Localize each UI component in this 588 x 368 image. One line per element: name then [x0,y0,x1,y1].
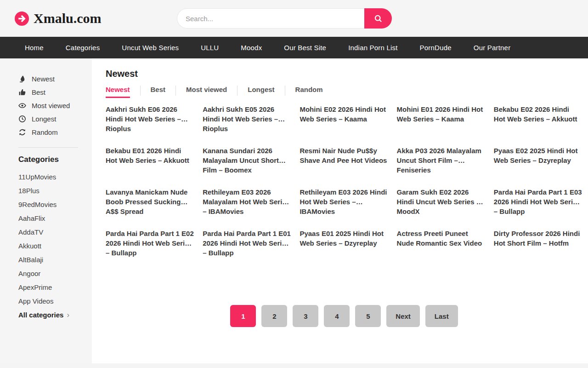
video-title-link[interactable]: Lavanya Manickam Nude Boob Pressed Sucki… [106,187,194,229]
category-link[interactable]: Angoor [0,266,92,280]
category-link[interactable]: 11UpMovies [0,170,92,184]
sidebar-sort-nav: Newest Best Most viewed Longest [0,72,92,139]
video-title-link[interactable]: Rethileyam E03 2026 Hindi Hot Web Series… [300,187,388,229]
category-link[interactable]: AahaFlix [0,211,92,225]
sort-tab[interactable]: Longest [248,86,295,98]
sort-tabs: Newest Best Most viewed Longest Random [106,86,582,98]
page-title: Newest [106,69,582,79]
pagination-button[interactable]: 2 [261,305,287,327]
nav-item[interactable]: Home [25,44,44,52]
video-title-link[interactable]: Aakhri Sukh E05 2026 Hindi Hot Web Serie… [203,104,291,146]
video-grid: Aakhri Sukh E06 2026 Hindi Hot Web Serie… [106,104,582,270]
video-title-link[interactable]: Garam Sukh E02 2026 Hindi Uncut Web Seri… [397,187,486,229]
category-link[interactable]: Akkuott [0,239,92,253]
chevron-right-icon: › [67,311,69,319]
sidebar-sort-item[interactable]: Most viewed [0,99,92,112]
nav-item[interactable]: Our Partner [474,44,511,52]
sort-tab[interactable]: Newest [106,86,151,98]
sort-tab-label: Longest [248,86,274,98]
search-icon [373,14,383,23]
search-form [177,8,392,29]
sort-tab-label: Newest [106,86,130,98]
category-link[interactable]: 9RedMovies [0,197,92,211]
sidebar-sort-label: Longest [32,115,56,123]
video-title-link[interactable]: Pyaas E01 2025 Hindi Hot Web Series – Dz… [300,229,388,270]
sort-tab[interactable]: Most viewed [186,86,248,98]
sidebar-sort-item[interactable]: Random [0,126,92,139]
video-title-link[interactable]: Resmi Nair Nude Pu$$y Shave And Pee Hot … [300,146,388,187]
category-link[interactable]: 18Plus [0,184,92,197]
category-link[interactable]: ApexPrime [0,280,92,294]
refresh-icon [18,128,26,136]
arrow-circle-right-icon [15,12,29,26]
video-title-link[interactable]: Mohini E02 2026 Hindi Hot Web Series – K… [300,104,388,146]
pagination-button[interactable]: 5 [355,305,381,327]
categories-list: 11UpMovies 18Plus 9RedMovies AahaFlix Ad… [0,170,92,308]
sidebar-divider [18,147,78,148]
nav-item[interactable]: Our Best Site [284,44,326,52]
video-title-link[interactable]: Aakhri Sukh E06 2026 Hindi Hot Web Serie… [106,104,194,146]
nav-item[interactable]: Moodx [241,44,262,52]
sort-tab[interactable]: Best [151,86,187,98]
pagination-button[interactable]: Last [425,305,458,327]
pagination: 1 2 3 4 5 Next Last [106,305,582,327]
thumbs-up-icon [18,88,26,96]
video-title-link[interactable]: Pyaas E02 2025 Hindi Hot Web Series – Dz… [494,146,582,187]
search-button[interactable] [364,8,392,29]
video-title-link[interactable]: Bekabu E02 2026 Hindi Hot Web Series – A… [494,104,582,146]
video-title-link[interactable]: Actress Preeti Puneet Nude Romantic Sex … [397,229,486,270]
video-title-link[interactable]: Parda Hai Parda Part 1 E01 2026 Hindi Ho… [203,229,291,270]
sidebar: Newest Best Most viewed Longest [0,58,92,363]
pagination-button[interactable]: 3 [293,305,318,327]
footer-strip [0,363,588,368]
sidebar-sort-label: Newest [32,75,55,83]
sidebar-sort-label: Best [32,88,45,96]
video-title-link[interactable]: Rethileyam E03 2026 Malayalam Hot Web Se… [203,187,291,229]
search-input[interactable] [177,8,364,29]
nav-item[interactable]: Indian Porn List [348,44,397,52]
video-title-link[interactable]: Mohini E01 2026 Hindi Hot Web Series – K… [397,104,486,146]
nav-item[interactable]: ULLU [201,44,219,52]
video-title-link[interactable]: Dirty Professor 2026 Hindi Hot Short Fil… [494,229,582,270]
pagination-button[interactable]: 1 [230,305,256,327]
nav-item[interactable]: Categories [66,44,100,52]
category-link[interactable]: AltBalaji [0,253,92,266]
video-title-link[interactable]: Parda Hai Parda Part 1 E02 2026 Hindi Ho… [106,229,194,270]
main-content: Newest Newest Best Most viewed Longest [92,58,588,363]
eye-icon [18,102,26,109]
sidebar-sort-label: Most viewed [32,102,70,109]
pagination-button[interactable]: 4 [324,305,350,327]
categories-heading: Categories [0,155,92,164]
sidebar-sort-label: Random [32,128,58,136]
main-nav: Home Categories Uncut Web Series ULLU Mo… [0,37,588,58]
header: Xmalu.com [0,0,588,37]
sort-tab[interactable]: Random [295,86,323,98]
all-categories-link[interactable]: All categories › [0,308,92,319]
site-title: Xmalu.com [34,11,101,26]
nav-item[interactable]: Uncut Web Series [122,44,179,52]
all-categories-label: All categories [18,311,63,319]
quill-icon [18,75,26,83]
pagination-button[interactable]: Next [386,305,420,327]
nav-item[interactable]: PornDude [420,44,452,52]
site-logo[interactable]: Xmalu.com [15,11,101,26]
category-link[interactable]: AddaTV [0,225,92,239]
sidebar-sort-item[interactable]: Longest [0,112,92,126]
sidebar-sort-item[interactable]: Best [0,86,92,99]
category-link[interactable]: App Videos [0,294,92,308]
video-title-link[interactable]: Parda Hai Parda Part 1 E03 2026 Hindi Ho… [494,187,582,229]
video-title-link[interactable]: Kanana Sundari 2026 Malayalam Uncut Shor… [203,146,291,187]
video-title-link[interactable]: Bekabu E01 2026 Hindi Hot Web Series – A… [106,146,194,187]
sidebar-sort-item[interactable]: Newest [0,72,92,86]
sort-tab-label: Most viewed [186,86,227,98]
sort-tab-label: Best [151,86,166,98]
sort-tab-label: Random [295,86,323,98]
video-title-link[interactable]: Akka P03 2026 Malayalam Uncut Short Film… [397,146,486,187]
clock-icon [18,115,26,123]
